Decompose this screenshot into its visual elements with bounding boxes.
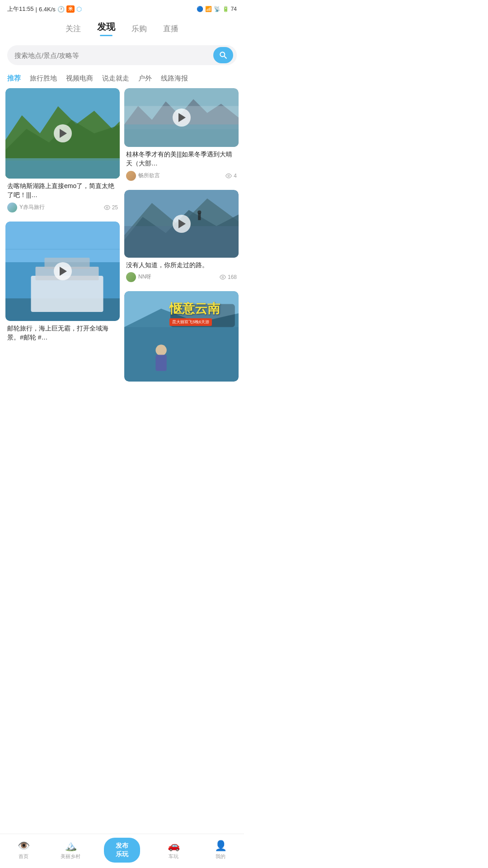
eye-icon-guilin bbox=[225, 173, 232, 179]
card-kanas-author: Y赤马旅行 bbox=[7, 203, 45, 212]
category-shipindianshang[interactable]: 视频电商 bbox=[66, 74, 93, 84]
card-yunnan[interactable]: 惬意云南 昆大丽双飞5晚6天游 bbox=[124, 291, 239, 382]
eye-icon-kanas bbox=[104, 204, 110, 211]
author-avatar-kanas bbox=[7, 203, 17, 212]
battery-level: 74 bbox=[231, 6, 237, 12]
status-bar: 上午11:55 | 6.4K/s 🕐 米 ⬡ 🔵 📶 📡 🔋 74 bbox=[0, 0, 244, 16]
card-guilin-views: 4 bbox=[225, 173, 237, 179]
category-tuijian[interactable]: 推荐 bbox=[7, 74, 21, 84]
status-right: 🔵 📶 📡 🔋 74 bbox=[197, 6, 237, 12]
svg-rect-12 bbox=[31, 276, 103, 312]
status-time: 上午11:55 bbox=[7, 5, 34, 13]
author-avatar-guilin bbox=[126, 171, 136, 181]
svg-point-7 bbox=[106, 207, 108, 208]
svg-rect-33 bbox=[155, 355, 166, 371]
yunnan-subtitle: 昆大丽双飞5晚6天游 bbox=[169, 318, 212, 326]
views-count-mountain: 168 bbox=[228, 274, 237, 280]
bluetooth-icon: 🔵 bbox=[197, 6, 203, 12]
card-mountain-views: 168 bbox=[220, 274, 237, 280]
search-icon bbox=[219, 51, 228, 60]
svg-line-1 bbox=[225, 57, 227, 59]
author-name-kanas: Y赤马旅行 bbox=[19, 203, 45, 211]
svg-rect-25 bbox=[198, 213, 201, 220]
card-yunnan-thumb: 惬意云南 昆大丽双飞5晚6天游 bbox=[124, 291, 239, 382]
play-button-cruise[interactable] bbox=[54, 262, 72, 280]
category-lvshengjing[interactable]: 旅行胜地 bbox=[30, 74, 57, 84]
search-bar bbox=[7, 45, 237, 65]
card-guilin[interactable]: 桂林冬季才有的美|||如果冬季遇到大晴天（大部… 畅所欲言 4 bbox=[124, 88, 239, 184]
card-kanas-views: 25 bbox=[104, 204, 118, 211]
mi-icon: 米 bbox=[66, 5, 75, 13]
card-guilin-author: 畅所欲言 bbox=[126, 171, 160, 181]
card-mountain-meta: NN呀 168 bbox=[124, 271, 239, 285]
svg-rect-9 bbox=[5, 222, 120, 262]
play-button-guilin[interactable] bbox=[173, 108, 191, 127]
author-name-mountain: NN呀 bbox=[138, 273, 151, 281]
views-count-kanas: 25 bbox=[112, 204, 118, 211]
tab-faxian[interactable]: 发现 bbox=[97, 21, 115, 38]
card-cruise-title: 邮轮旅行，海上巨无霸，打开全域海景。#邮轮 #… bbox=[5, 321, 120, 344]
svg-point-21 bbox=[228, 175, 230, 177]
play-button-kanas[interactable] bbox=[54, 124, 72, 142]
author-name-guilin: 畅所欲言 bbox=[138, 172, 160, 179]
signal-icon: 📶 bbox=[205, 6, 212, 12]
svg-point-26 bbox=[197, 210, 201, 214]
card-mountain-title: 没有人知道，你所走过的路。 bbox=[124, 258, 239, 271]
wifi-icon: 📡 bbox=[214, 6, 221, 12]
search-button[interactable] bbox=[213, 47, 233, 63]
category-shuozoujiuzou[interactable]: 说走就走 bbox=[102, 74, 129, 84]
tab-zhibao[interactable]: 直播 bbox=[163, 24, 178, 36]
svg-point-32 bbox=[155, 344, 166, 355]
card-guilin-thumb bbox=[124, 88, 239, 147]
clock-icon: 🕐 bbox=[57, 6, 65, 13]
svg-point-28 bbox=[222, 276, 224, 278]
views-count-guilin: 4 bbox=[234, 173, 237, 179]
card-guilin-title: 桂林冬季才有的美|||如果冬季遇到大晴天（大部… bbox=[124, 147, 239, 170]
nav-tabs: 关注 发现 乐购 直播 bbox=[0, 16, 244, 40]
card-mountain-author: NN呀 bbox=[126, 272, 151, 282]
card-mountain[interactable]: 没有人知道，你所走过的路。 NN呀 168 bbox=[124, 190, 239, 285]
svg-rect-15 bbox=[5, 249, 120, 250]
eye-icon-mountain bbox=[220, 274, 226, 280]
card-kanas-thumb bbox=[5, 88, 120, 179]
content-grid: 去喀纳斯湖路上直接emo了，简直太绝了吧！|||… Y赤马旅行 25 bbox=[0, 88, 244, 382]
card-mountain-thumb bbox=[124, 190, 239, 258]
author-avatar-mountain bbox=[126, 272, 136, 282]
status-separator: | bbox=[36, 6, 37, 13]
status-speed: 6.4K/s bbox=[39, 6, 56, 13]
svg-point-0 bbox=[220, 52, 225, 57]
category-tabs: 推荐 旅行胜地 视频电商 说走就走 户外 线路海报 bbox=[0, 71, 244, 88]
right-column: 桂林冬季才有的美|||如果冬季遇到大晴天（大部… 畅所欲言 4 bbox=[124, 88, 239, 382]
card-kanas-title: 去喀纳斯湖路上直接emo了，简直太绝了吧！|||… bbox=[5, 179, 120, 202]
category-huwai[interactable]: 户外 bbox=[138, 74, 152, 84]
app-icon: ⬡ bbox=[76, 5, 82, 13]
search-input[interactable] bbox=[14, 52, 213, 59]
svg-rect-19 bbox=[124, 129, 239, 147]
tab-guanzhu[interactable]: 关注 bbox=[66, 24, 81, 36]
card-cruise-thumb bbox=[5, 222, 120, 321]
play-button-mountain[interactable] bbox=[173, 215, 191, 233]
left-column: 去喀纳斯湖路上直接emo了，简直太绝了吧！|||… Y赤马旅行 25 bbox=[5, 88, 120, 382]
battery-icon: 🔋 bbox=[222, 6, 229, 12]
card-kanas[interactable]: 去喀纳斯湖路上直接emo了，简直太绝了吧！|||… Y赤马旅行 25 bbox=[5, 88, 120, 215]
tab-legou[interactable]: 乐购 bbox=[131, 24, 147, 36]
card-kanas-meta: Y赤马旅行 25 bbox=[5, 202, 120, 215]
svg-rect-6 bbox=[5, 160, 120, 179]
yunnan-title: 惬意云南 bbox=[169, 300, 233, 317]
status-left: 上午11:55 | 6.4K/s 🕐 米 ⬡ bbox=[7, 5, 82, 13]
card-cruise[interactable]: 邮轮旅行，海上巨无霸，打开全域海景。#邮轮 #… bbox=[5, 222, 120, 344]
category-luxuhaibao[interactable]: 线路海报 bbox=[161, 74, 188, 84]
card-guilin-meta: 畅所欲言 4 bbox=[124, 170, 239, 184]
